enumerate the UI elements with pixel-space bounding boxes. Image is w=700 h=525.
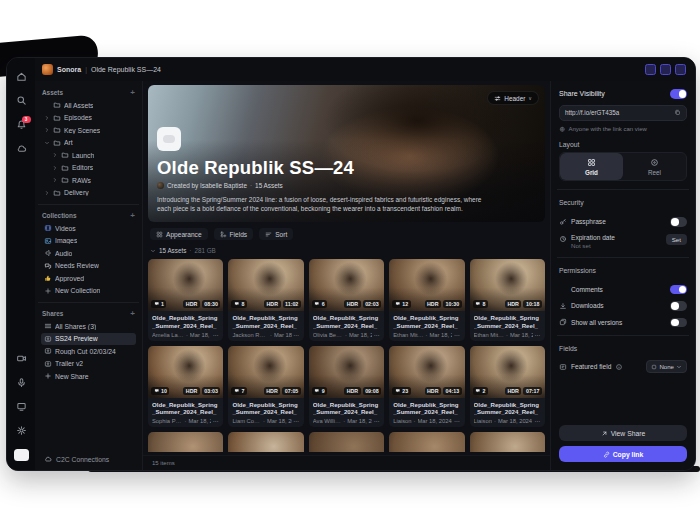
layout-reel-option[interactable]: Reel (623, 153, 686, 180)
share-item-ss24-preview[interactable]: SS24 Preview (41, 333, 136, 346)
comment-count-badge: 2 (473, 387, 488, 395)
copy-link-button[interactable]: Copy link (559, 446, 687, 462)
cloud-upload-icon[interactable] (16, 143, 27, 154)
video-thumbnail[interactable]: 9HDR09:08 (309, 346, 384, 398)
video-thumbnail-partial[interactable] (389, 432, 464, 452)
fields-label: Fields (230, 231, 248, 238)
view-share-button[interactable]: View Share (559, 425, 687, 441)
add-asset-button[interactable]: + (130, 90, 135, 96)
asset-card[interactable]: 9HDR09:08Olde_Republik_Spring_Summer_202… (309, 346, 384, 428)
card-body: Olde_Republik_Spring_Summer_2024_Reel_00… (389, 398, 464, 428)
share-visibility-toggle[interactable] (670, 89, 687, 99)
notifications-bell-icon[interactable]: 3 (16, 119, 27, 130)
more-menu-button[interactable]: ⋯ (454, 418, 460, 424)
share-url-field[interactable]: http://f.io/erGT435a (559, 105, 687, 121)
video-thumbnail[interactable]: 12HDR10:30 (389, 259, 464, 311)
video-thumbnail[interactable]: 6HDR02:03 (309, 259, 384, 311)
collection-item-images[interactable]: Images (41, 235, 136, 248)
more-menu-button[interactable]: ⋯ (535, 332, 541, 338)
chevron-placeholder (44, 102, 50, 108)
video-thumbnail[interactable]: 7HDR07:05 (228, 346, 303, 398)
video-thumbnail-partial[interactable] (228, 432, 303, 452)
collection-item-audio[interactable]: Audio (41, 247, 136, 260)
sidebar-folder-key-scenes[interactable]: Key Scenes (41, 124, 136, 137)
more-menu-button[interactable]: ⋯ (213, 418, 219, 424)
thumbnail-badges: HDR04:13 (425, 387, 462, 395)
header-settings-button[interactable]: Header ∨ (487, 91, 539, 105)
topbar-action-button-3[interactable] (675, 64, 686, 75)
header-button-label: Header (504, 95, 525, 102)
more-menu-button[interactable]: ⋯ (535, 418, 541, 424)
versions-toggle[interactable] (670, 318, 687, 328)
app-logo-icon[interactable] (42, 64, 53, 75)
topbar-action-button-2[interactable] (660, 64, 671, 75)
asset-summary-row[interactable]: 15 Assets · 281 GB (150, 247, 543, 254)
asset-card[interactable]: 23HDR04:13Olde_Republik_Spring_Summer_20… (389, 346, 464, 428)
collection-item-new-collection[interactable]: New Collection (41, 285, 136, 298)
video-thumbnail-partial[interactable] (470, 432, 545, 452)
c2c-connections-item[interactable]: C2C Connections (41, 455, 136, 463)
sidebar-folder-launch[interactable]: Launch (41, 149, 136, 162)
video-thumbnail[interactable]: 2HDR07:17 (470, 346, 545, 398)
mic-icon[interactable] (16, 377, 27, 388)
video-thumbnail[interactable]: 1HDR08:30 (148, 259, 223, 311)
search-icon[interactable] (16, 95, 27, 106)
asset-card[interactable]: 6HDR02:03Olde_Republik_Spring_Summer_202… (309, 259, 384, 341)
featured-field-dropdown[interactable]: None (646, 360, 687, 373)
settings-gear-icon[interactable] (16, 425, 27, 436)
share-item-rough-cut-02-03-24[interactable]: Rough Cut 02/03/24 (41, 345, 136, 358)
dot-separator: · (506, 332, 508, 338)
more-menu-button[interactable]: ⋯ (454, 332, 460, 338)
more-menu-button[interactable]: ⋯ (294, 332, 300, 338)
asset-count-text: 15 Assets (255, 182, 283, 189)
downloads-toggle[interactable] (670, 301, 687, 311)
asset-card[interactable]: 2HDR07:17Olde_Republik_Spring_Summer_202… (470, 346, 545, 428)
layout-grid-option[interactable]: Grid (560, 153, 623, 180)
add-share-button[interactable]: + (130, 311, 135, 317)
more-menu-button[interactable]: ⋯ (213, 332, 219, 338)
collection-item-videos[interactable]: Videos (41, 222, 136, 235)
asset-card[interactable]: 8HDR11:02Olde_Republik_Spring_Summer_202… (228, 259, 303, 341)
more-menu-button[interactable]: ⋯ (374, 332, 380, 338)
sidebar-folder-all-assets[interactable]: All Assets (41, 99, 136, 112)
expiration-value: Not set (571, 242, 662, 249)
home-icon[interactable] (16, 71, 27, 82)
sort-button[interactable]: Sort (259, 228, 293, 240)
video-thumbnail-partial[interactable] (309, 432, 384, 452)
video-thumbnail[interactable]: 10HDR03:03 (148, 346, 223, 398)
video-thumbnail[interactable]: 23HDR04:13 (389, 346, 464, 398)
collection-item-approved[interactable]: Approved (41, 272, 136, 285)
video-thumbnail-partial[interactable] (148, 432, 223, 452)
passphrase-toggle[interactable] (670, 217, 687, 227)
share-item-trailer-v2[interactable]: Trailer v2 (41, 358, 136, 371)
asset-card[interactable]: 10HDR03:03Olde_Republik_Spring_Summer_20… (148, 346, 223, 428)
topbar-action-button-1[interactable] (645, 64, 656, 75)
share-item-all-shares-3[interactable]: All Shares (3) (41, 320, 136, 333)
asset-card[interactable]: 8HDR10:18Olde_Republik_Spring_Summer_202… (470, 259, 545, 341)
video-thumbnail[interactable]: 8HDR10:18 (470, 259, 545, 311)
asset-card[interactable]: 1HDR08:30Olde_Republik_Spring_Summer_202… (148, 259, 223, 341)
share-item-new-share[interactable]: New Share (41, 370, 136, 383)
asset-card[interactable]: 12HDR10:30Olde_Republik_Spring_Summer_20… (389, 259, 464, 341)
video-thumbnail[interactable]: 8HDR11:02 (228, 259, 303, 311)
sidebar-folder-episodes[interactable]: Episodes (41, 112, 136, 125)
more-menu-button[interactable]: ⋯ (294, 418, 300, 424)
sidebar-folder-delivery[interactable]: Delivery (41, 187, 136, 200)
panel-divider (557, 189, 689, 190)
asset-meta: Liaison·Mar 18, 2024⋯ (474, 418, 541, 424)
camera-icon[interactable] (16, 353, 27, 364)
collection-item-needs-review[interactable]: Needs Review (41, 260, 136, 273)
sidebar-folder-art[interactable]: Art (41, 137, 136, 150)
appearance-button[interactable]: Appearance (150, 228, 208, 240)
monitor-icon[interactable] (16, 401, 27, 412)
sidebar-folder-raws[interactable]: RAWs (41, 174, 136, 187)
sidebar-folder-editors[interactable]: Editors (41, 162, 136, 175)
workspace-avatar[interactable] (14, 449, 29, 461)
set-expiration-button[interactable]: Set (666, 234, 687, 245)
copy-icon[interactable] (674, 109, 681, 116)
asset-card[interactable]: 7HDR07:05Olde_Republik_Spring_Summer_202… (228, 346, 303, 428)
add-collection-button[interactable]: + (130, 213, 135, 219)
fields-button[interactable]: Fields (214, 228, 254, 240)
more-menu-button[interactable]: ⋯ (374, 418, 380, 424)
comments-toggle[interactable] (670, 285, 687, 295)
